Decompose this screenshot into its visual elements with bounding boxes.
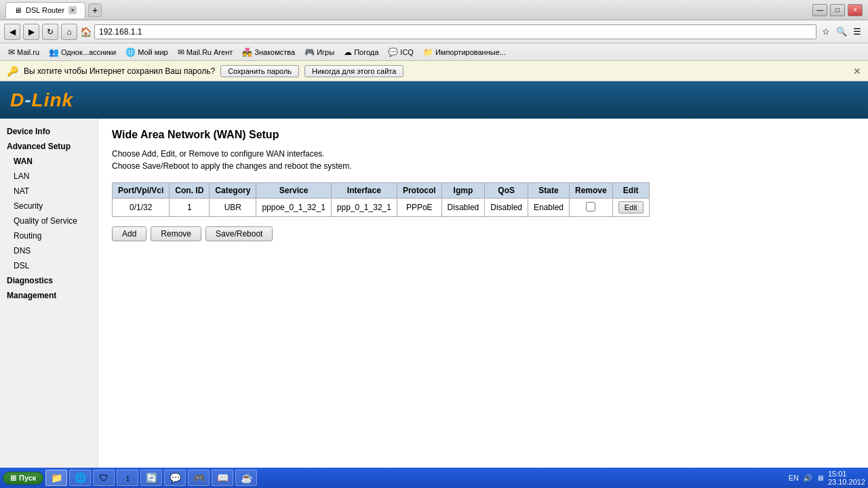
- imported-icon: 📁: [423, 47, 433, 57]
- bookmark-label: Знакомства: [254, 48, 295, 56]
- bookmark-imported[interactable]: 📁 Импортированные...: [419, 46, 510, 58]
- taskbar-app-ie[interactable]: 🌐: [69, 470, 91, 486]
- cell-port: 0/1/32: [113, 199, 170, 217]
- odnoklassniki-icon: 👥: [49, 47, 59, 57]
- taskbar-network-icon: 🖥: [816, 474, 824, 482]
- forward-button[interactable]: ▶: [23, 24, 39, 40]
- dlink-logo: D-Link: [10, 89, 73, 111]
- home-button[interactable]: ⌂: [61, 24, 77, 40]
- sidebar-item-advanced-setup[interactable]: Advanced Setup: [0, 139, 98, 154]
- desc-line1: Choose Add, Edit, or Remove to configure…: [112, 149, 325, 159]
- back-button[interactable]: ◀: [4, 24, 20, 40]
- cell-category: UBR: [210, 199, 256, 217]
- home-icon: 🏠: [80, 26, 92, 37]
- weather-icon: ☁: [344, 47, 352, 57]
- taskbar-app-torrent[interactable]: ↕: [117, 470, 138, 486]
- new-tab-button[interactable]: +: [88, 3, 102, 17]
- taskbar-sound-icon: 🔊: [803, 474, 812, 483]
- sidebar-item-dns[interactable]: DNS: [0, 243, 98, 258]
- browser-navbar: ◀ ▶ ↻ ⌂ 🏠 ☆ 🔍 ☰: [0, 20, 868, 43]
- save-password-button[interactable]: Сохранить пароль: [220, 65, 299, 77]
- taskbar-app-game[interactable]: 🎮: [188, 470, 210, 486]
- moimir-icon: 🌐: [125, 47, 136, 57]
- taskbar-app-explorer[interactable]: 📁: [45, 470, 67, 486]
- browser-titlebar: 🖥 DSL Router × + — □ ×: [0, 0, 868, 20]
- col-header-protocol: Protocol: [397, 183, 441, 199]
- sidebar-item-nat[interactable]: NAT: [0, 184, 98, 199]
- mailru-icon: ✉: [8, 47, 15, 57]
- taskbar-clock: 15:01 23.10.2012: [828, 470, 865, 486]
- bookmark-weather[interactable]: ☁ Погода: [340, 46, 382, 58]
- remove-checkbox[interactable]: [586, 202, 595, 211]
- sidebar-item-security[interactable]: Security: [0, 199, 98, 214]
- sidebar-item-diagnostics[interactable]: Diagnostics: [0, 273, 98, 288]
- bookmark-icq[interactable]: 💬 ICQ: [384, 46, 418, 58]
- action-buttons: Add Remove Save/Reboot: [112, 226, 854, 241]
- tab-title: DSL Router: [26, 6, 64, 14]
- close-button[interactable]: ×: [848, 4, 863, 16]
- tab-close-button[interactable]: ×: [68, 6, 77, 14]
- bookmark-moimir[interactable]: 🌐 Мой мир: [121, 46, 172, 58]
- never-save-button[interactable]: Никогда для этого сайта: [304, 65, 403, 77]
- logo-link: Link: [32, 89, 74, 110]
- bookmark-label: Игры: [317, 48, 334, 56]
- address-bar[interactable]: [94, 24, 816, 39]
- menu-icon[interactable]: ☰: [850, 25, 864, 39]
- sidebar-item-lan[interactable]: LAN: [0, 169, 98, 184]
- cell-service: pppoe_0_1_32_1: [256, 199, 331, 217]
- sidebar-item-dsl[interactable]: DSL: [0, 258, 98, 273]
- windows-icon: ⊞: [10, 474, 16, 483]
- sidebar-item-management[interactable]: Management: [0, 288, 98, 303]
- taskbar-app-skype[interactable]: 💬: [164, 470, 186, 486]
- bookmark-odnoklassniki[interactable]: 👥 Однок...ассники: [45, 46, 120, 58]
- sidebar-item-device-info[interactable]: Device Info: [0, 124, 98, 139]
- save-reboot-button[interactable]: Save/Reboot: [205, 226, 273, 241]
- dlink-header: D-Link: [0, 81, 868, 119]
- cell-igmp: Disabled: [441, 199, 485, 217]
- sidebar-item-wan[interactable]: WAN: [0, 154, 98, 169]
- taskbar-app-update[interactable]: 🔄: [140, 470, 162, 486]
- znakomstva-icon: 💑: [242, 47, 252, 57]
- cell-edit[interactable]: Edit: [612, 199, 649, 217]
- bookmark-mailagent[interactable]: ✉ Mail.Ru Агент: [174, 46, 237, 58]
- col-header-qos: QoS: [485, 183, 528, 199]
- taskbar-app-coffee[interactable]: ☕: [235, 470, 257, 486]
- col-header-interface: Interface: [331, 183, 397, 199]
- maximize-button[interactable]: □: [830, 4, 845, 16]
- browser-tab[interactable]: 🖥 DSL Router ×: [5, 2, 85, 18]
- taskbar-app-antivirus[interactable]: 🛡: [93, 470, 115, 486]
- table-row: 0/1/32 1 UBR pppoe_0_1_32_1 ppp_0_1_32_1…: [113, 199, 650, 217]
- minimize-button[interactable]: —: [812, 4, 827, 16]
- cell-conid: 1: [170, 199, 210, 217]
- start-button[interactable]: ⊞ Пуск: [3, 472, 43, 485]
- bookmark-label: Однок...ассники: [61, 48, 116, 56]
- nav-icon-group: ☆ 🔍 ☰: [819, 25, 864, 39]
- bookmark-label: Импортированные...: [435, 48, 506, 56]
- edit-button[interactable]: Edit: [618, 201, 644, 214]
- icq-icon: 💬: [388, 47, 398, 57]
- bookmark-games[interactable]: 🎮 Игры: [300, 46, 338, 58]
- sidebar-item-qos[interactable]: Quality of Service: [0, 214, 98, 228]
- bookmark-label: Mail.Ru Агент: [186, 48, 233, 56]
- sidebar-item-routing[interactable]: Routing: [0, 228, 98, 243]
- tab-icon: 🖥: [14, 6, 22, 14]
- bookmark-mailru[interactable]: ✉ Mail.ru: [4, 46, 43, 58]
- cell-qos: Disabled: [485, 199, 528, 217]
- bookmark-label: ICQ: [400, 48, 414, 56]
- banner-close-button[interactable]: ✕: [853, 66, 861, 77]
- remove-button[interactable]: Remove: [151, 226, 201, 241]
- taskbar-app-book[interactable]: 📖: [212, 470, 233, 486]
- bookmarks-bar: ✉ Mail.ru 👥 Однок...ассники 🌐 Мой мир ✉ …: [0, 43, 868, 61]
- add-button[interactable]: Add: [112, 226, 146, 241]
- cell-interface: ppp_0_1_32_1: [331, 199, 397, 217]
- refresh-button[interactable]: ↻: [42, 24, 58, 40]
- col-header-remove: Remove: [570, 183, 613, 199]
- games-icon: 🎮: [304, 47, 315, 57]
- bookmark-znakomstva[interactable]: 💑 Знакомства: [238, 46, 299, 58]
- bookmark-icon[interactable]: ☆: [819, 25, 833, 39]
- bookmark-label: Mail.ru: [17, 48, 39, 56]
- col-header-service: Service: [256, 183, 331, 199]
- search-icon[interactable]: 🔍: [835, 25, 848, 39]
- cell-remove[interactable]: [570, 199, 613, 217]
- wan-table: Port/Vpi/Vci Con. ID Category Service In…: [112, 182, 650, 217]
